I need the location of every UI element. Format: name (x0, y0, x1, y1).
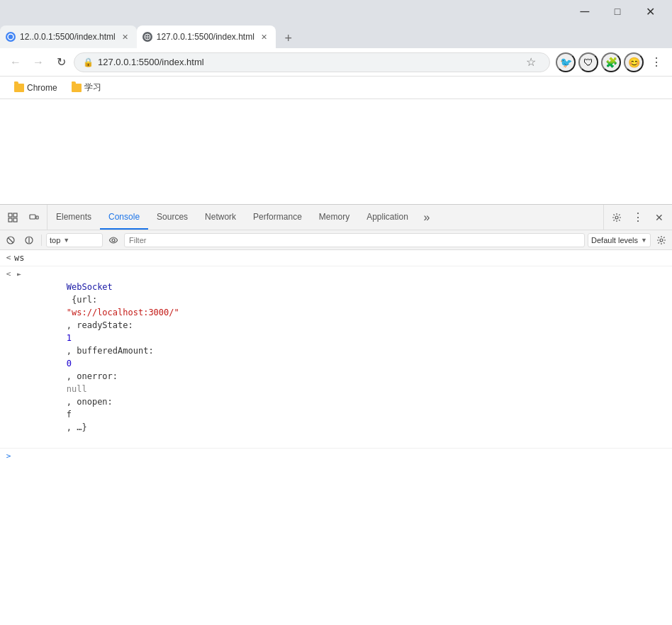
devtools-settings-button[interactable] (607, 208, 627, 227)
bookmarks-bar: Chrome 学习 (0, 77, 672, 99)
console-prompt-line: > (0, 449, 672, 463)
devtools-panel: Elements Console Sources Network Perform… (0, 204, 672, 625)
devtools-more-options-button[interactable]: ⋮ (628, 208, 648, 227)
address-text: 127.0.0.1:5500/index.html (98, 57, 517, 67)
svg-rect-7 (13, 218, 17, 222)
bookmark-chrome[interactable]: Chrome (9, 81, 63, 94)
console-arrow-websocket[interactable]: < (3, 268, 14, 281)
bookmark-folder-icon-study (72, 84, 82, 92)
chrome-menu-button[interactable]: ⋮ (646, 52, 666, 72)
ws-ready-state-key: , readyState: (67, 320, 138, 330)
title-bar: ─ □ ✕ (0, 0, 672, 23)
ws-onerror-key: , onerror: (67, 371, 123, 381)
window-controls: ─ □ ✕ (569, 0, 666, 23)
reload-button[interactable]: ↻ (51, 52, 71, 72)
tab-title-2: 127.0.0.1:5500/index.html (157, 32, 254, 42)
svg-rect-8 (30, 215, 35, 219)
extension-emoji-button[interactable]: 😊 (624, 52, 644, 72)
toolbar-separator (41, 235, 42, 246)
devtools-tab-list: Elements Console Sources Network Perform… (47, 205, 603, 230)
tab-title-1: 12..0.0.1:5500/index.html (20, 32, 116, 42)
level-select-arrow-icon: ▼ (641, 237, 647, 244)
ws-onerror-value: null (67, 384, 87, 394)
expand-arrow-websocket[interactable]: ► (14, 268, 24, 281)
ws-onopen-key: , onopen: (67, 397, 118, 407)
lock-icon: 🔒 (83, 57, 94, 67)
level-select[interactable]: Default levels ▼ (588, 233, 651, 247)
console-prompt-input[interactable] (14, 451, 669, 461)
tab-console[interactable]: Console (100, 205, 148, 230)
tab-memory[interactable]: Memory (310, 205, 358, 230)
devtools-toolbar: top ▼ Default levels ▼ (0, 230, 672, 250)
ws-ellipsis: , …} (67, 422, 87, 432)
tab-performance[interactable]: Performance (245, 205, 310, 230)
svg-rect-4 (9, 213, 12, 217)
console-prompt-arrow: > (3, 451, 14, 461)
extension-twitter-button[interactable]: 🐦 (556, 52, 576, 72)
browser-tab-1[interactable]: 12..0.0.1:5500/index.html ✕ (0, 26, 137, 48)
nav-bar: ← → ↻ 🔒 127.0.0.1:5500/index.html ☆ 🐦 🛡 … (0, 48, 672, 77)
console-arrow-ws[interactable]: < (3, 252, 14, 264)
svg-rect-5 (9, 218, 12, 222)
svg-point-16 (660, 239, 663, 242)
browser-tab-2[interactable]: 127.0.0.1:5500/index.html ✕ (137, 26, 276, 48)
tab-application[interactable]: Application (358, 205, 417, 230)
devtools-close-button[interactable]: ✕ (649, 208, 669, 227)
devtools-left-actions (0, 205, 47, 230)
svg-rect-9 (36, 216, 38, 219)
tab-bar: 12..0.0.1:5500/index.html ✕ 127.0.0.1:55… (0, 23, 672, 48)
console-settings-button[interactable] (654, 232, 669, 248)
ws-brace-open: {url: (67, 295, 103, 305)
console-text-websocket: WebSocket {url: "ws://localhost:3000/" ,… (26, 268, 179, 446)
tab-network[interactable]: Network (196, 205, 245, 230)
browser-content (0, 99, 672, 204)
bookmark-star-button[interactable]: ☆ (521, 52, 541, 72)
svg-point-0 (8, 34, 13, 40)
bookmark-study[interactable]: 学习 (66, 80, 107, 95)
tab-close-1[interactable]: ✕ (120, 31, 131, 43)
svg-point-10 (615, 216, 618, 219)
maximize-button[interactable]: □ (601, 0, 634, 23)
minimize-button[interactable]: ─ (569, 0, 601, 23)
console-text-ws: ws (14, 252, 24, 264)
tab-favicon-1 (6, 32, 16, 42)
eye-button[interactable] (106, 232, 121, 248)
tab-sources[interactable]: Sources (148, 205, 196, 230)
ws-buffered-amount-key: , bufferedAmount: (67, 346, 159, 356)
inspect-element-button[interactable] (3, 208, 23, 227)
extension-puzzle-button[interactable]: 🧩 (601, 52, 621, 72)
tab-favicon-2 (142, 32, 152, 42)
context-select[interactable]: top ▼ (46, 233, 103, 247)
extension-shield-button[interactable]: 🛡 (578, 52, 598, 72)
context-select-arrow-icon: ▼ (63, 237, 69, 244)
ws-url-value: "ws://localhost:3000/" (67, 308, 179, 317)
device-toggle-button[interactable] (24, 208, 44, 227)
ws-type-label: WebSocket (67, 282, 113, 292)
level-select-value: Default levels (591, 236, 638, 244)
context-select-value: top (50, 236, 60, 244)
back-button[interactable]: ← (6, 52, 26, 72)
svg-rect-6 (13, 213, 17, 217)
tab-elements[interactable]: Elements (47, 205, 100, 230)
new-tab-button[interactable]: + (279, 28, 298, 48)
devtools-tab-bar: Elements Console Sources Network Perform… (0, 205, 672, 230)
bookmark-chrome-label: Chrome (27, 83, 57, 93)
close-button[interactable]: ✕ (634, 0, 666, 23)
svg-point-15 (112, 239, 115, 242)
more-tabs-button[interactable]: » (417, 205, 437, 230)
ws-onopen-value: f (67, 410, 72, 420)
svg-line-12 (9, 237, 13, 242)
tab-close-2[interactable]: ✕ (259, 31, 270, 43)
forward-button[interactable]: → (28, 52, 48, 72)
filter-input[interactable] (124, 233, 585, 247)
ws-ready-state-value: 1 (67, 333, 72, 343)
stop-console-button[interactable] (21, 232, 37, 248)
address-bar[interactable]: 🔒 127.0.0.1:5500/index.html ☆ (74, 52, 550, 72)
bookmark-study-label: 学习 (84, 81, 101, 94)
console-line-websocket: < ► WebSocket {url: "ws://localhost:3000… (0, 266, 672, 449)
extensions-area: 🐦 🛡 🧩 😊 (556, 52, 644, 72)
bookmark-folder-icon-chrome (14, 84, 24, 92)
console-output: < ws < ► WebSocket {url: "ws://localhost… (0, 250, 672, 625)
clear-console-button[interactable] (3, 232, 18, 248)
devtools-right-actions: ⋮ ✕ (603, 205, 672, 230)
